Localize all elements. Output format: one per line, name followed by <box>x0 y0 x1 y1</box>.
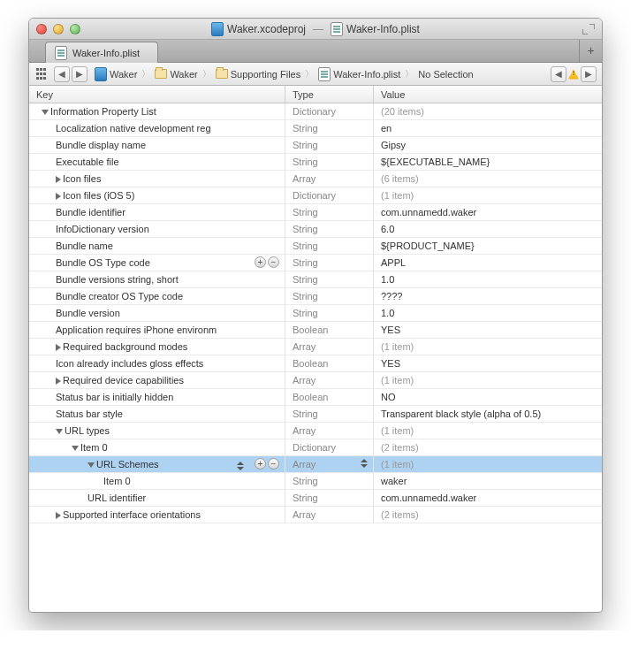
table-row[interactable]: Status bar is initially hiddenBooleanNO <box>29 389 602 406</box>
cell-type[interactable]: Dictionary <box>285 439 374 455</box>
cell-key[interactable]: Icon files <box>29 171 285 187</box>
cell-key[interactable]: Information Property List <box>29 103 285 119</box>
table-row[interactable]: Bundle OS Type code+−StringAPPL <box>29 255 602 271</box>
cell-type[interactable]: String <box>285 305 374 321</box>
table-row[interactable]: Icon files (iOS 5)Dictionary(1 item) <box>29 187 602 204</box>
crumb-selection[interactable]: No Selection <box>414 69 476 80</box>
table-row[interactable]: Bundle display nameStringGipsy <box>29 137 602 154</box>
cell-value[interactable]: ${EXECUTABLE_NAME} <box>374 154 602 170</box>
cell-value[interactable]: YES <box>374 355 602 371</box>
table-row[interactable]: Bundle versions string, shortString1.0 <box>29 271 602 288</box>
cell-key[interactable]: Executable file <box>29 154 285 170</box>
table-row[interactable]: Executable fileString${EXECUTABLE_NAME} <box>29 154 602 171</box>
cell-key[interactable]: Required device capabilities <box>29 372 285 388</box>
cell-value[interactable]: com.unnamedd.waker <box>374 490 602 506</box>
table-row[interactable]: Bundle nameString${PRODUCT_NAME} <box>29 238 602 255</box>
cell-key[interactable]: Icon files (iOS 5) <box>29 187 285 203</box>
cell-value[interactable]: APPL <box>374 255 602 271</box>
nav-prev-issue-button[interactable]: ◀ <box>551 66 566 82</box>
cell-type[interactable]: Array <box>285 507 374 523</box>
cell-value[interactable]: (2 items) <box>374 439 602 455</box>
disclosure-down-icon[interactable] <box>42 110 49 115</box>
zoom-icon[interactable] <box>70 24 80 34</box>
cell-type[interactable]: String <box>285 490 374 506</box>
table-row[interactable]: Information Property ListDictionary(20 i… <box>29 103 602 120</box>
cell-type[interactable]: Boolean <box>285 322 374 338</box>
cell-key[interactable]: Bundle name <box>29 238 285 254</box>
cell-key[interactable]: Supported interface orientations <box>29 507 285 523</box>
cell-key[interactable]: Localization native development reg <box>29 120 285 136</box>
related-items-icon[interactable] <box>34 66 50 82</box>
cell-value[interactable]: waker <box>374 473 602 489</box>
disclosure-down-icon[interactable] <box>87 462 95 468</box>
disclosure-right-icon[interactable] <box>56 512 61 519</box>
cell-value[interactable]: 6.0 <box>374 221 602 237</box>
cell-type[interactable]: String <box>285 221 374 237</box>
cell-type[interactable]: String <box>285 204 374 220</box>
cell-type[interactable]: Array <box>285 423 374 439</box>
column-header-type[interactable]: Type <box>285 86 374 103</box>
cell-type[interactable]: Boolean <box>285 389 374 405</box>
remove-row-button[interactable]: − <box>268 256 279 268</box>
cell-value[interactable]: (1 item) <box>374 423 602 439</box>
cell-type[interactable]: String <box>285 238 374 254</box>
table-row[interactable]: Item 0Dictionary(2 items) <box>29 439 602 456</box>
cell-type[interactable]: Array <box>285 372 374 388</box>
table-row[interactable]: Supported interface orientationsArray(2 … <box>29 507 602 523</box>
column-header-key[interactable]: Key <box>29 86 285 103</box>
cell-value[interactable]: ${PRODUCT_NAME} <box>374 238 602 254</box>
minimize-icon[interactable] <box>53 24 64 34</box>
cell-key[interactable]: Bundle identifier <box>29 204 285 220</box>
cell-key[interactable]: Bundle creator OS Type code <box>29 288 285 304</box>
cell-key[interactable]: Status bar style <box>29 406 285 422</box>
close-icon[interactable] <box>36 24 47 34</box>
cell-type[interactable]: String <box>285 154 374 170</box>
table-row[interactable]: Bundle versionString1.0 <box>29 305 602 322</box>
cell-value[interactable]: 1.0 <box>374 271 602 287</box>
crumb-folder[interactable]: Waker <box>151 69 201 80</box>
titlebar[interactable]: Waker.xcodeproj — Waker-Info.plist <box>29 19 602 40</box>
fullscreen-icon[interactable] <box>582 24 595 34</box>
crumb-file[interactable]: Waker-Info.plist <box>315 67 404 81</box>
cell-value[interactable]: (2 items) <box>374 507 602 523</box>
table-row[interactable]: Icon already includes gloss effectsBoole… <box>29 355 602 372</box>
cell-key[interactable]: Application requires iPhone environm <box>29 322 285 338</box>
tab-active[interactable]: Waker-Info.plist <box>45 42 158 63</box>
table-row[interactable]: Required device capabilitiesArray(1 item… <box>29 372 602 389</box>
cell-key[interactable]: URL types <box>29 423 285 439</box>
cell-key[interactable]: URL Schemes+− <box>29 456 285 472</box>
cell-value[interactable]: NO <box>374 389 602 405</box>
cell-key[interactable]: Bundle versions string, short <box>29 271 285 287</box>
cell-value[interactable]: (1 item) <box>374 456 602 472</box>
table-row[interactable]: Item 0Stringwaker <box>29 473 602 490</box>
crumb-folder[interactable]: Supporting Files <box>212 69 305 80</box>
cell-type[interactable]: String <box>285 137 374 153</box>
cell-value[interactable]: (1 item) <box>374 187 602 203</box>
add-row-button[interactable]: + <box>255 256 266 268</box>
cell-key[interactable]: InfoDictionary version <box>29 221 285 237</box>
disclosure-right-icon[interactable] <box>56 193 61 200</box>
table-row[interactable]: Localization native development regStrin… <box>29 120 602 137</box>
table-row[interactable]: Bundle identifierStringcom.unnamedd.wake… <box>29 204 602 221</box>
table-row[interactable]: Required background modesArray(1 item) <box>29 339 602 355</box>
table-row[interactable]: URL typesArray(1 item) <box>29 423 602 439</box>
cell-key[interactable]: URL identifier <box>29 490 285 506</box>
disclosure-right-icon[interactable] <box>56 176 61 183</box>
cell-value[interactable]: (6 items) <box>374 171 602 187</box>
table-row[interactable]: Icon filesArray(6 items) <box>29 171 602 187</box>
nav-forward-button[interactable]: ▶ <box>72 66 87 82</box>
cell-type[interactable]: String <box>285 255 374 271</box>
cell-type[interactable]: String <box>285 120 374 136</box>
cell-value[interactable]: ???? <box>374 288 602 304</box>
nav-next-issue-button[interactable]: ▶ <box>581 66 597 82</box>
cell-type[interactable]: String <box>285 271 374 287</box>
cell-type[interactable]: Array <box>285 339 374 355</box>
cell-value[interactable]: (1 item) <box>374 372 602 388</box>
crumb-project[interactable]: Waker <box>91 67 141 81</box>
cell-value[interactable]: com.unnamedd.waker <box>374 204 602 220</box>
cell-value[interactable]: (20 items) <box>374 103 602 119</box>
cell-value[interactable]: (1 item) <box>374 339 602 355</box>
cell-value[interactable]: Transparent black style (alpha of 0.5) <box>374 406 602 422</box>
cell-value[interactable]: YES <box>374 322 602 338</box>
cell-type[interactable]: String <box>285 473 374 489</box>
